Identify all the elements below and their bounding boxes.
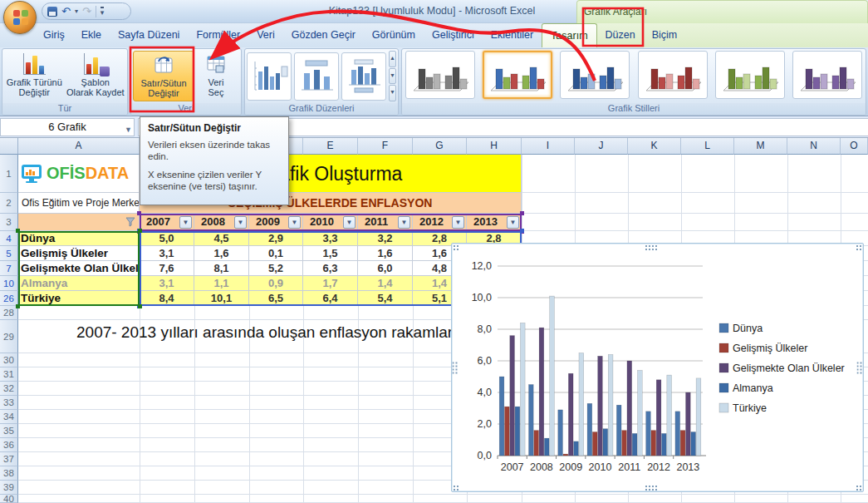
undo-icon[interactable]: ↶ (61, 6, 71, 17)
value-cell-r5-2011[interactable]: 1,6 (358, 246, 413, 261)
bar-almanya-2013[interactable] (691, 432, 696, 456)
value-cell-r10-2008[interactable]: 1,1 (194, 276, 249, 291)
row-header-2[interactable]: 2 (0, 193, 18, 214)
year-header-2007[interactable]: 2007▼ (140, 214, 194, 231)
value-cell-r4-2007[interactable]: 5,0 (140, 231, 194, 246)
chart-layout-1[interactable] (247, 52, 292, 101)
column-header-G[interactable]: G (413, 138, 467, 155)
bar-gelişmekte-olan-ülkeler-2013[interactable] (686, 392, 691, 456)
bar-türkiye-2010[interactable] (608, 354, 613, 456)
office-button[interactable] (3, 1, 37, 34)
value-cell-r7-2007[interactable]: 7,6 (140, 261, 194, 276)
bar-türkiye-2011[interactable] (638, 370, 643, 456)
bar-dünya-2010[interactable] (587, 403, 592, 456)
column-header-M[interactable]: M (734, 138, 787, 155)
bar-gelişmiş-ülkeler-2013[interactable] (680, 431, 685, 456)
chart-handle-topleft[interactable] (453, 244, 459, 250)
chart-object[interactable]: 0,02,04,06,08,010,012,020072008200920102… (451, 243, 864, 492)
bar-gelişmekte-olan-ülkeler-2012[interactable] (656, 380, 661, 456)
legend-swatch-gelişmekte-olan-ülkeler[interactable] (719, 363, 728, 372)
filter-header-cell[interactable] (18, 214, 140, 231)
legend-label-dünya[interactable]: Dünya (733, 323, 763, 334)
chart-style-purple[interactable] (792, 51, 862, 99)
year-header-2012[interactable]: 2012▼ (413, 214, 467, 231)
chart-style-colorful[interactable] (483, 51, 552, 99)
chart-style-green[interactable] (715, 51, 785, 99)
layouts-scroll-up-icon[interactable]: ▲ (389, 51, 396, 67)
row-header-1[interactable]: 1 (0, 155, 18, 193)
bar-gelişmekte-olan-ülkeler-2011[interactable] (627, 361, 632, 456)
switch-row-column-button[interactable]: Satır/SütunDeğiştir (133, 51, 194, 101)
filter-button-2009[interactable]: ▼ (288, 216, 301, 229)
legend-swatch-türkiye[interactable] (719, 403, 728, 412)
bar-türkiye-2009[interactable] (579, 353, 584, 456)
layouts-more-icon[interactable]: ▼ (389, 85, 396, 101)
value-cell-r10-2007[interactable]: 3,1 (140, 276, 194, 291)
bar-almanya-2011[interactable] (632, 433, 637, 456)
chart-handle-bottomright[interactable] (856, 485, 862, 491)
value-cell-r4-2009[interactable]: 2,9 (249, 231, 303, 246)
tab-düzen[interactable]: Düzen (597, 23, 644, 47)
chart-handle-top[interactable] (645, 244, 658, 250)
year-header-2011[interactable]: 2011▼ (358, 214, 413, 231)
row-header-37[interactable]: 37 (0, 452, 18, 466)
bar-dünya-2013[interactable] (675, 412, 680, 456)
filter-button-2007[interactable]: ▼ (179, 216, 192, 229)
value-cell-r5-2007[interactable]: 3,1 (140, 246, 194, 261)
year-header-2013[interactable]: 2013▼ (467, 214, 522, 231)
filter-button-2013[interactable]: ▼ (507, 216, 519, 229)
tab-sayfa-düzeni[interactable]: Sayfa Düzeni (110, 23, 188, 47)
value-cell-r7-2009[interactable]: 5,2 (249, 261, 303, 276)
value-cell-r5-2010[interactable]: 1,5 (303, 246, 358, 261)
undo-dropdown-icon[interactable]: ▾ (75, 8, 78, 15)
tab-eklentiler[interactable]: Eklentiler (483, 23, 542, 47)
column-header-N[interactable]: N (787, 138, 841, 155)
row-header-5[interactable]: 5 (0, 246, 18, 261)
tab-veri[interactable]: Veri (248, 23, 283, 47)
change-chart-type-button[interactable]: Grafik TürünüDeğiştir (4, 51, 65, 101)
category-range-border-handle[interactable] (137, 211, 141, 215)
row-header-40[interactable]: 40 (0, 495, 18, 503)
value-cell-r7-2008[interactable]: 8,1 (194, 261, 249, 276)
bar-almanya-2009[interactable] (574, 441, 579, 456)
row-header-10[interactable]: 10 (0, 276, 18, 291)
row-header-39[interactable]: 39 (0, 481, 18, 495)
column-header-O[interactable]: O (841, 138, 868, 155)
save-icon[interactable] (47, 7, 57, 17)
tagline-cell[interactable]: Ofis Eğitim ve Proje Merkezi (18, 193, 140, 214)
bar-türkiye-2007[interactable] (520, 323, 525, 456)
bar-gelişmiş-ülkeler-2012[interactable] (651, 431, 656, 456)
column-header-E[interactable]: E (303, 138, 358, 155)
tab-biçim[interactable]: Biçim (644, 23, 686, 47)
data-range-border-handle[interactable] (520, 229, 524, 233)
column-header-L[interactable]: L (681, 138, 734, 155)
bar-dünya-2012[interactable] (646, 412, 651, 456)
bar-almanya-2010[interactable] (603, 429, 608, 456)
chart-handle-left[interactable] (453, 362, 459, 375)
value-cell-r26-2007[interactable]: 8,4 (140, 291, 194, 306)
chart-handle-bottom[interactable] (645, 485, 658, 491)
value-cell-r4-2008[interactable]: 4,5 (194, 231, 249, 246)
bar-almanya-2007[interactable] (515, 407, 520, 456)
bar-gelişmekte-olan-ülkeler-2010[interactable] (598, 356, 603, 456)
row-header-35[interactable]: 35 (0, 424, 18, 438)
save-as-template-button[interactable]: ŞablonOlarak Kaydet (66, 51, 126, 101)
legend-swatch-gelişmiş-ülkeler[interactable] (719, 343, 728, 353)
value-cell-r4-2011[interactable]: 3,2 (358, 231, 413, 246)
chart-handle-topright[interactable] (856, 244, 862, 250)
value-cell-r26-2008[interactable]: 10,1 (194, 291, 249, 306)
filter-button-2011[interactable]: ▼ (398, 216, 410, 229)
label-range-border-handle[interactable] (138, 229, 142, 233)
value-cell-r4-2010[interactable]: 3,3 (303, 231, 358, 246)
column-header-H[interactable]: H (467, 138, 522, 155)
filter-button-2010[interactable]: ▼ (343, 216, 356, 229)
bar-türkiye-2013[interactable] (696, 378, 701, 456)
bar-gelişmiş-ülkeler-2011[interactable] (622, 431, 627, 456)
country-cell-5[interactable]: Gelişmiş Ülkeler (18, 246, 140, 261)
chart-layout-2[interactable] (294, 52, 339, 101)
layouts-scroll-down-icon[interactable]: ▼ (389, 68, 396, 85)
row-header-7[interactable]: 7 (0, 261, 18, 276)
country-cell-7[interactable]: Gelişmekte Olan Ülkeler (18, 261, 140, 276)
chart-layout-3[interactable] (341, 52, 386, 101)
row-header-38[interactable]: 38 (0, 466, 18, 481)
